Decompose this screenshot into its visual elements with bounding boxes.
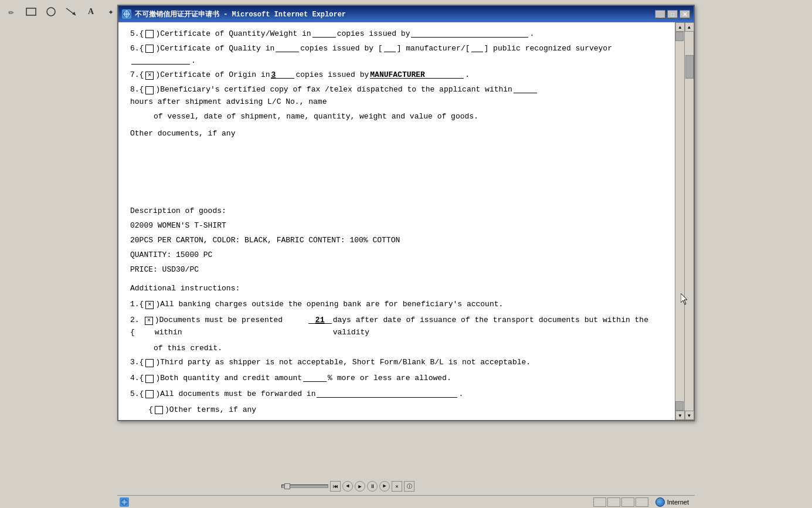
row5-input1[interactable] bbox=[312, 28, 336, 38]
media-next-btn[interactable]: ► bbox=[379, 481, 390, 492]
media-slider-thumb[interactable] bbox=[284, 483, 290, 489]
media-player-bar: ⏮ ◄ ▶ ⏸ ► ✕ ⓘ bbox=[281, 481, 415, 492]
item4-text1: )Both quantity and credit amount bbox=[155, 372, 302, 385]
media-info-btn[interactable]: ⓘ bbox=[404, 481, 415, 492]
status-boxes bbox=[593, 497, 648, 507]
media-play-btn[interactable]: ▶ bbox=[355, 481, 365, 492]
scroll-down-btn[interactable]: ▼ bbox=[685, 411, 694, 420]
browser-titlebar: 不可撤销信用证开证申请书 - Microsoft Internet Explor… bbox=[118, 6, 694, 22]
description-line1: 02009 WOMEN'S T-SHIRT bbox=[130, 220, 672, 232]
item3-text: )Third party as shipper is not acceptabl… bbox=[155, 357, 531, 369]
item5-checkbox[interactable] bbox=[145, 390, 154, 398]
row8-mid: hours after shipment advising L/C No., n… bbox=[130, 96, 327, 109]
inner-scroll-down[interactable]: ▼ bbox=[675, 411, 684, 420]
other-docs-section: Other documents, if any bbox=[130, 128, 672, 140]
form-row-6: 6.{ )Certificate of Quality in copies is… bbox=[130, 43, 672, 67]
other-checkbox[interactable] bbox=[155, 406, 163, 414]
item2-input[interactable]: 21 bbox=[308, 314, 332, 324]
item4-text2: % more or less are allowed. bbox=[328, 372, 451, 385]
status-ie-icon bbox=[120, 497, 129, 507]
description-line4: PRICE: USD30/PC bbox=[130, 264, 672, 276]
row6-input2[interactable] bbox=[131, 55, 190, 65]
item2-checkbox[interactable]: × bbox=[145, 317, 152, 325]
other-terms-indent: { bbox=[130, 404, 153, 416]
additional-item-5: 5.{ )All documents must be forwarded in … bbox=[130, 388, 672, 401]
inner-scroll-track bbox=[675, 32, 684, 411]
internet-globe-icon bbox=[655, 497, 665, 507]
status-bar: Internet bbox=[117, 495, 695, 508]
close-window-button[interactable]: ✕ bbox=[680, 10, 690, 18]
status-box-4 bbox=[636, 497, 648, 507]
row5-label: )Certificate of Quantity/Weight in bbox=[155, 28, 311, 40]
row5-number: 5.{ bbox=[130, 28, 144, 40]
browser-window: 不可撤销信用证开证申请书 - Microsoft Internet Explor… bbox=[117, 5, 695, 421]
additional-item-3: 3.{ )Third party as shipper is not accep… bbox=[130, 357, 672, 369]
minimize-button[interactable]: _ bbox=[655, 10, 665, 18]
row8-checkbox[interactable] bbox=[145, 86, 154, 94]
row6-end: . bbox=[191, 55, 196, 67]
row6-bracket1[interactable] bbox=[384, 43, 396, 52]
media-slider-container bbox=[281, 485, 328, 488]
item4-number: 4.{ bbox=[130, 372, 144, 385]
additional-item-4: 4.{ )Both quantity and credit amount % m… bbox=[130, 372, 672, 385]
description-line3: QUANTITY: 15000 PC bbox=[130, 249, 672, 262]
item4-input[interactable] bbox=[303, 372, 327, 382]
scroll-thumb[interactable] bbox=[685, 55, 694, 79]
right-toolbar bbox=[695, 0, 812, 23]
row7-input1[interactable]: 3 bbox=[271, 69, 294, 79]
item2-line2: of this credit. bbox=[154, 343, 672, 355]
internet-status: Internet bbox=[652, 497, 692, 507]
svg-point-1 bbox=[47, 8, 55, 16]
inner-scroll-thumb-bottom[interactable] bbox=[675, 401, 684, 411]
row5-mid: copies issued by bbox=[337, 28, 410, 40]
row8-label: )Beneficiary's certified copy of fax /te… bbox=[155, 84, 512, 96]
row6-input1[interactable] bbox=[276, 43, 299, 52]
circle-icon[interactable] bbox=[45, 5, 57, 18]
item3-number: 3.{ bbox=[130, 357, 144, 369]
item1-checkbox[interactable]: × bbox=[145, 301, 154, 309]
row7-issuer[interactable]: MANUFACTURER bbox=[370, 69, 464, 79]
item2-number: 2.{ bbox=[130, 314, 143, 339]
text-icon[interactable]: A bbox=[84, 5, 97, 18]
maximize-button[interactable]: □ bbox=[667, 10, 678, 18]
svg-rect-0 bbox=[26, 8, 36, 15]
row8-line2: of vessel, date of shipment, name, quant… bbox=[154, 111, 672, 123]
row5-end: . bbox=[529, 28, 534, 40]
media-prev-btn[interactable]: ◄ bbox=[342, 481, 353, 492]
media-stop-btn[interactable]: ✕ bbox=[392, 481, 402, 492]
row5-input2[interactable] bbox=[411, 28, 528, 38]
row8-number: 8.{ bbox=[130, 84, 144, 96]
media-pause-btn[interactable]: ⏸ bbox=[367, 481, 378, 492]
item2-text2: days after date of issuance of the trans… bbox=[333, 314, 672, 339]
row7-checkbox[interactable]: × bbox=[145, 72, 154, 80]
row5-checkbox[interactable] bbox=[145, 30, 154, 38]
item1-text: )All banking charges outside the opening… bbox=[155, 299, 503, 311]
row6-bracket2[interactable] bbox=[471, 43, 483, 52]
row8-input1[interactable] bbox=[514, 84, 537, 93]
form-content: 5.{ )Certificate of Quantity/Weight in c… bbox=[118, 22, 684, 420]
arrow-icon[interactable] bbox=[64, 5, 77, 18]
main-scrollbar-v[interactable]: ▲ ▼ bbox=[684, 22, 694, 420]
additional-item-other: { )Other terms, if any bbox=[130, 404, 672, 416]
inner-scroll-up[interactable]: ▲ bbox=[675, 22, 684, 32]
other-text: )Other terms, if any bbox=[165, 404, 256, 416]
row6-mid3: ] public recognized surveyor bbox=[484, 43, 612, 55]
media-back-btn[interactable]: ⏮ bbox=[330, 481, 341, 492]
sparkle-icon[interactable]: ✦ bbox=[104, 5, 117, 18]
inner-scroll-thumb-top[interactable] bbox=[675, 32, 684, 41]
rectangle-icon[interactable] bbox=[25, 5, 38, 18]
browser-body: 5.{ )Certificate of Quantity/Weight in c… bbox=[118, 22, 694, 420]
row6-checkbox[interactable] bbox=[145, 45, 154, 53]
item2-text1: )Documents must be presented within bbox=[155, 314, 307, 339]
row7-mid: copies issued by bbox=[295, 69, 369, 82]
form-row-8: 8.{ )Beneficiary's certified copy of fax… bbox=[130, 84, 672, 109]
item4-checkbox[interactable] bbox=[145, 375, 154, 383]
additional-item-1: 1.{ × )All banking charges outside the o… bbox=[130, 299, 672, 311]
description-section-label: Description of goods: bbox=[130, 205, 672, 218]
item3-checkbox[interactable] bbox=[145, 359, 154, 367]
pencil-icon[interactable]: ✏️ bbox=[5, 5, 18, 18]
scroll-up-btn[interactable]: ▲ bbox=[685, 22, 694, 32]
item5-input[interactable] bbox=[317, 388, 457, 398]
media-slider-track[interactable] bbox=[281, 485, 328, 488]
inner-scrollbar[interactable]: ▲ ▼ bbox=[675, 22, 684, 420]
